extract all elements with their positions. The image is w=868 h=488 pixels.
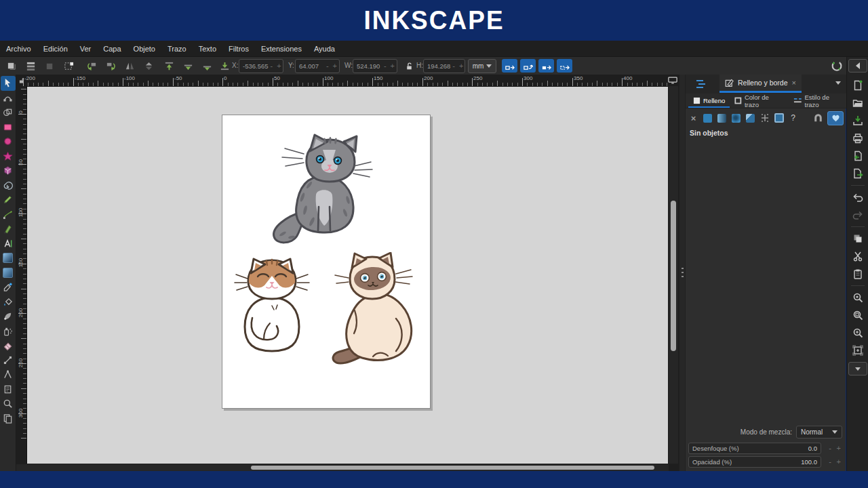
unknown-paint-button[interactable]: ? — [788, 113, 798, 123]
pattern-button[interactable] — [745, 113, 755, 123]
open-document-button[interactable] — [849, 95, 867, 111]
canvas-viewport[interactable] — [26, 86, 668, 464]
text-tool[interactable] — [1, 237, 16, 251]
menu-trazo[interactable]: Trazo — [161, 41, 193, 56]
linear-gradient-button[interactable] — [717, 113, 727, 123]
import-image-button[interactable] — [849, 148, 867, 164]
tab-color-de-trazo[interactable]: Color de trazo — [730, 94, 789, 108]
flip-vertical-icon[interactable] — [142, 60, 155, 73]
pages-tool[interactable] — [1, 382, 16, 397]
tab-relleno[interactable]: Relleno — [688, 94, 730, 108]
paint-bucket-tool[interactable] — [1, 295, 16, 310]
vertical-ruler[interactable]: 0 50 100 150 200 250 300 — [16, 86, 26, 464]
w-minus[interactable]: - — [382, 62, 389, 70]
cut-button[interactable] — [849, 248, 867, 264]
opacity-slider[interactable]: Opacidad (%) 100.0 — [688, 456, 821, 468]
panel-resize-grip[interactable] — [679, 75, 685, 471]
w-field[interactable]: 524.190 - + — [353, 59, 397, 73]
dropper-tool[interactable] — [1, 280, 16, 295]
shape-builder-tool[interactable] — [1, 105, 16, 120]
menu-extensiones[interactable]: Extensiones — [255, 41, 308, 56]
h-plus[interactable]: + — [457, 62, 465, 70]
dock-menu-chevron-icon[interactable] — [835, 81, 841, 85]
menu-objeto[interactable]: Objeto — [127, 41, 161, 56]
zoom-tool[interactable] — [1, 396, 16, 411]
duplicate-button[interactable] — [849, 230, 867, 247]
x-minus[interactable]: - — [269, 62, 275, 70]
x-plus[interactable]: + — [275, 62, 283, 70]
rotate-ccw-icon[interactable] — [85, 60, 98, 73]
menu-ayuda[interactable]: Ayuda — [308, 41, 341, 56]
more-commands-button[interactable] — [848, 362, 867, 375]
bezier-pen-tool[interactable] — [1, 207, 16, 222]
opacity-minus[interactable]: - — [829, 458, 831, 466]
horizontal-scrollbar[interactable] — [16, 464, 669, 471]
new-document-button[interactable] — [849, 77, 867, 94]
eraser-tool[interactable] — [1, 338, 16, 353]
fill-rule-evenodd-button[interactable] — [811, 112, 825, 125]
rectangle-tool[interactable] — [1, 120, 16, 135]
spiral-tool[interactable] — [1, 178, 16, 193]
h-field[interactable]: 194.268 - + — [423, 59, 465, 73]
scale-stroke-toggle[interactable] — [502, 59, 517, 73]
opacity-plus[interactable]: + — [837, 458, 841, 466]
menu-ver[interactable]: Ver — [74, 41, 98, 56]
flip-horizontal-icon[interactable] — [123, 60, 136, 73]
select-all-layers-icon[interactable] — [24, 60, 37, 73]
radial-gradient-button[interactable] — [731, 113, 741, 123]
w-plus[interactable]: + — [389, 62, 397, 70]
mesh-gradient-button[interactable] — [760, 113, 770, 123]
lower-to-bottom-icon[interactable] — [218, 60, 231, 73]
spray-tool[interactable] — [1, 324, 16, 339]
fill-rule-nonzero-button[interactable] — [827, 111, 844, 125]
blur-minus[interactable]: - — [829, 445, 831, 452]
select-all-icon[interactable] — [5, 60, 18, 73]
node-tool[interactable] — [1, 91, 16, 106]
raise-to-top-icon[interactable] — [163, 60, 176, 73]
menu-archivo[interactable]: Archivo — [0, 41, 37, 56]
selector-tool[interactable] — [1, 76, 16, 91]
scale-corners-toggle[interactable] — [520, 59, 536, 73]
paint-none-button[interactable]: × — [688, 113, 698, 123]
y-field[interactable]: 64.007 - + — [295, 59, 340, 73]
import-button[interactable] — [849, 113, 867, 129]
export-button[interactable] — [849, 165, 867, 182]
x-field[interactable]: -536.565 - + — [239, 59, 283, 73]
rotate-cw-icon[interactable] — [104, 60, 117, 73]
pencil-tool[interactable] — [1, 192, 16, 207]
mesh-gradient-tool[interactable] — [1, 266, 16, 281]
lower-icon[interactable] — [201, 60, 214, 73]
measure-tool[interactable] — [1, 367, 16, 382]
units-dropdown[interactable]: mm — [468, 59, 496, 73]
zoom-drawing-button[interactable] — [849, 289, 867, 306]
menu-texto[interactable]: Texto — [193, 41, 222, 56]
deselect-icon[interactable] — [43, 60, 56, 73]
tab-estilo-de-trazo[interactable]: Estilo de trazo — [789, 94, 849, 108]
vertical-scrollbar-thumb[interactable] — [671, 201, 676, 351]
scale-pattern-toggle[interactable] — [557, 59, 572, 73]
horizontal-ruler[interactable]: -200 -150 -100 -50 0 50 100 150 200 250 … — [23, 75, 667, 86]
menu-filtros[interactable]: Filtros — [222, 41, 255, 56]
h-minus[interactable]: - — [450, 62, 457, 70]
redo-button[interactable] — [849, 207, 867, 223]
blur-slider[interactable]: Desenfoque (%) 0.0 — [688, 443, 821, 454]
horizontal-scrollbar-thumb[interactable] — [251, 466, 654, 470]
star-tool[interactable] — [1, 149, 16, 164]
close-tab-icon[interactable]: × — [792, 79, 796, 87]
snap-controls-icon[interactable] — [830, 60, 843, 73]
print-button[interactable] — [849, 130, 867, 146]
collapse-commands-button[interactable] — [848, 59, 867, 73]
paste-button[interactable] — [849, 266, 867, 282]
calligraphy-tool[interactable] — [1, 222, 16, 237]
y-plus[interactable]: + — [331, 62, 339, 70]
tweak-tool[interactable] — [1, 309, 16, 324]
swatch-button[interactable] — [774, 113, 784, 123]
connector-tool[interactable] — [1, 353, 16, 368]
objects-panel-tab[interactable] — [691, 77, 711, 92]
y-minus[interactable]: - — [324, 62, 331, 70]
vertical-scrollbar[interactable] — [669, 86, 678, 464]
blur-plus[interactable]: + — [837, 445, 841, 452]
3d-box-tool[interactable] — [1, 163, 16, 178]
scale-gradient-fill-toggle[interactable] — [538, 59, 554, 73]
document-properties-button[interactable] — [849, 342, 867, 359]
